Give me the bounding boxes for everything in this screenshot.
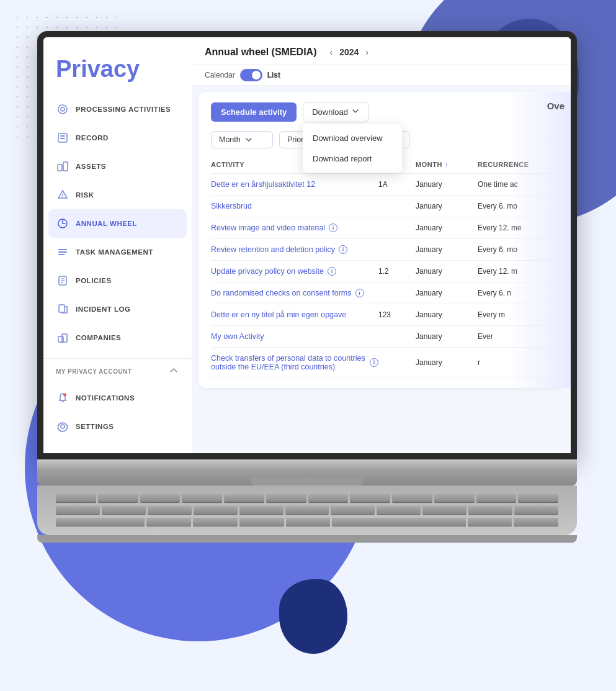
schedule-activity-button[interactable]: Schedule activity bbox=[211, 102, 297, 122]
next-year-button[interactable]: › bbox=[362, 46, 372, 58]
recurrence-cell: Every 6. n bbox=[478, 289, 552, 297]
table-row: Dette er en ny titel på min egen opgave … bbox=[211, 304, 552, 326]
my-privacy-header[interactable]: MY PRIVACY ACCOUNT bbox=[43, 359, 192, 384]
info-icon: i bbox=[339, 245, 347, 254]
key bbox=[146, 518, 191, 526]
activity-cell[interactable]: Sikkersbrud bbox=[211, 202, 378, 210]
main-content: Annual wheel (SMEDIA) ‹ 2024 › Calendar … bbox=[192, 37, 571, 453]
sidebar-item-settings[interactable]: SETTINGS bbox=[43, 412, 192, 441]
sidebar-item-record[interactable]: RECORD bbox=[43, 124, 192, 152]
sidebar-label-incident-log: INCIDENT LOG bbox=[76, 305, 130, 313]
policies-icon bbox=[56, 274, 69, 287]
key bbox=[434, 494, 475, 503]
my-privacy-section: MY PRIVACY ACCOUNT bbox=[43, 358, 192, 441]
key bbox=[239, 506, 283, 515]
key bbox=[56, 506, 100, 515]
sidebar-item-assets[interactable]: ASSETS bbox=[43, 152, 192, 181]
col-recurrence: RECURRENCE bbox=[478, 161, 552, 168]
content-area: Schedule activity Download Download over… bbox=[199, 92, 565, 388]
key bbox=[56, 494, 96, 503]
annual-wheel-icon bbox=[56, 217, 69, 230]
sidebar-label-annual-wheel: ANNUAL WHEEL bbox=[76, 220, 137, 227]
sidebar: Privacy PROCESSING ACTIVITIES bbox=[43, 37, 192, 453]
sidebar-item-policies[interactable]: POLICIES bbox=[43, 266, 192, 295]
month-cell: January bbox=[416, 358, 478, 367]
activity-cell[interactable]: Review image and video material i bbox=[211, 224, 378, 232]
month-cell: January bbox=[416, 224, 478, 232]
svg-point-1 bbox=[61, 107, 65, 111]
info-icon: i bbox=[355, 289, 364, 297]
sidebar-item-task-management[interactable]: TASK MANAGEMENT bbox=[43, 238, 192, 266]
month-filter[interactable]: Month bbox=[211, 131, 273, 148]
activity-cell[interactable]: Dette er en ny titel på min egen opgave bbox=[211, 310, 378, 319]
svg-point-21 bbox=[61, 425, 65, 428]
page-title: Annual wheel (SMEDIA) bbox=[205, 47, 316, 58]
key bbox=[193, 518, 238, 526]
activity-cell[interactable]: Do randomised checks on consent forms i bbox=[211, 289, 378, 297]
key bbox=[422, 506, 466, 515]
recurrence-cell: Every 6. mo bbox=[478, 245, 552, 254]
recurrence-cell: Every 12. me bbox=[478, 224, 552, 232]
download-overview-item[interactable]: Download overview bbox=[303, 128, 402, 148]
month-cell: January bbox=[416, 310, 478, 319]
key bbox=[514, 518, 558, 526]
key bbox=[350, 494, 390, 503]
sidebar-label-policies: POLICIES bbox=[76, 277, 112, 284]
month-sort-icon: ↑ bbox=[445, 161, 449, 168]
prev-year-button[interactable]: ‹ bbox=[326, 46, 336, 58]
action-row: Schedule activity Download bbox=[211, 102, 552, 122]
risk-icon bbox=[56, 188, 69, 202]
col-month: MONTH ↑ bbox=[416, 161, 478, 168]
main-header: Annual wheel (SMEDIA) ‹ 2024 › bbox=[192, 37, 571, 65]
svg-rect-3 bbox=[60, 135, 65, 137]
key bbox=[392, 494, 432, 503]
sidebar-item-processing-activities[interactable]: PROCESSING ACTIVITIES bbox=[43, 95, 192, 124]
info-icon: i bbox=[328, 267, 336, 276]
activity-cell[interactable]: Review retention and deletion policy i bbox=[211, 245, 378, 254]
activity-cell[interactable]: Dette er en årshjulsaktivitet 12 bbox=[211, 180, 378, 189]
month-cell: January bbox=[416, 245, 478, 254]
svg-point-8 bbox=[62, 196, 63, 197]
list-label: List bbox=[267, 71, 280, 79]
sidebar-label-task-management: TASK MANAGEMENT bbox=[76, 248, 153, 256]
key bbox=[518, 494, 558, 503]
svg-rect-19 bbox=[62, 334, 67, 342]
download-report-item[interactable]: Download report bbox=[303, 148, 402, 169]
sidebar-item-annual-wheel[interactable]: ANNUAL WHEEL bbox=[48, 209, 187, 238]
id-cell: 1A bbox=[378, 180, 416, 189]
activity-cell[interactable]: Update privacy policy on website i bbox=[211, 267, 378, 276]
key bbox=[266, 494, 306, 503]
download-label: Download bbox=[312, 107, 348, 117]
activity-cell[interactable]: Check transfers of personal data to coun… bbox=[211, 354, 378, 371]
svg-point-20 bbox=[63, 394, 66, 397]
my-privacy-title: MY PRIVACY ACCOUNT bbox=[56, 368, 132, 375]
sidebar-label-notifications: NOTIFICATIONS bbox=[76, 394, 135, 402]
info-icon: i bbox=[329, 224, 337, 232]
month-cell: January bbox=[416, 202, 478, 210]
activity-cell[interactable]: My own Activity bbox=[211, 332, 378, 341]
sidebar-item-notifications[interactable]: NOTIFICATIONS bbox=[43, 384, 192, 412]
sidebar-label-risk: RISK bbox=[76, 191, 94, 199]
companies-icon bbox=[56, 331, 69, 345]
sidebar-item-incident-log[interactable]: INCIDENT LOG bbox=[43, 295, 192, 323]
month-cell: January bbox=[416, 332, 478, 341]
sidebar-item-companies[interactable]: COMPANIES bbox=[43, 323, 192, 352]
svg-rect-10 bbox=[58, 249, 67, 250]
record-icon bbox=[56, 131, 69, 145]
sidebar-label-record: RECORD bbox=[76, 134, 109, 142]
keyboard-row bbox=[56, 506, 558, 515]
key bbox=[476, 494, 517, 503]
sidebar-item-risk[interactable]: RISK bbox=[43, 181, 192, 209]
table-row: Dette er en årshjulsaktivitet 12 1A Janu… bbox=[211, 174, 552, 196]
settings-icon bbox=[56, 420, 69, 433]
download-button[interactable]: Download bbox=[303, 102, 368, 122]
laptop-keyboard bbox=[37, 486, 577, 535]
id-cell: 1.2 bbox=[378, 267, 416, 276]
key bbox=[331, 506, 375, 515]
view-toggle-switch[interactable] bbox=[240, 69, 262, 81]
key bbox=[140, 494, 181, 503]
keyboard-row bbox=[56, 494, 558, 503]
key bbox=[308, 494, 349, 503]
year-nav: ‹ 2024 › bbox=[326, 46, 372, 58]
assets-icon bbox=[56, 160, 69, 173]
